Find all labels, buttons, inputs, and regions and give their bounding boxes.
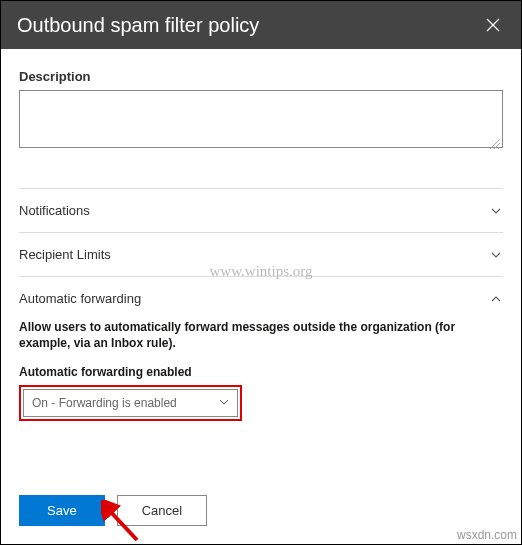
footer-actions: Save Cancel bbox=[19, 495, 207, 526]
panel-header: Outbound spam filter policy bbox=[1, 1, 521, 49]
auto-forwarding-help: Allow users to automatically forward mes… bbox=[19, 320, 503, 351]
section-automatic-forwarding[interactable]: Automatic forwarding bbox=[19, 276, 503, 320]
description-label: Description bbox=[19, 69, 503, 84]
recipient-limits-title: Recipient Limits bbox=[19, 247, 111, 262]
section-recipient-limits[interactable]: Recipient Limits bbox=[19, 232, 503, 276]
panel-content: Description Notifications Recipient Limi… bbox=[1, 49, 521, 431]
auto-forwarding-sublabel: Automatic forwarding enabled bbox=[19, 365, 503, 379]
cancel-button[interactable]: Cancel bbox=[117, 495, 207, 526]
chevron-up-icon bbox=[489, 292, 503, 306]
close-icon bbox=[486, 18, 500, 32]
source-domain: wsxdn.com bbox=[457, 528, 517, 542]
panel-title: Outbound spam filter policy bbox=[17, 14, 259, 37]
auto-forwarding-select[interactable]: On - Forwarding is enabled bbox=[23, 389, 238, 417]
chevron-down-icon bbox=[489, 204, 503, 218]
description-input[interactable] bbox=[19, 90, 503, 148]
highlight-box: On - Forwarding is enabled bbox=[19, 385, 242, 421]
close-button[interactable] bbox=[481, 13, 505, 37]
notifications-title: Notifications bbox=[19, 203, 90, 218]
chevron-down-icon bbox=[219, 396, 229, 410]
description-wrap bbox=[19, 90, 503, 152]
auto-forwarding-content: Allow users to automatically forward mes… bbox=[19, 320, 503, 431]
chevron-down-icon bbox=[489, 248, 503, 262]
select-value: On - Forwarding is enabled bbox=[32, 396, 177, 410]
section-notifications[interactable]: Notifications bbox=[19, 188, 503, 232]
auto-forwarding-title: Automatic forwarding bbox=[19, 291, 141, 306]
save-button[interactable]: Save bbox=[19, 495, 105, 526]
